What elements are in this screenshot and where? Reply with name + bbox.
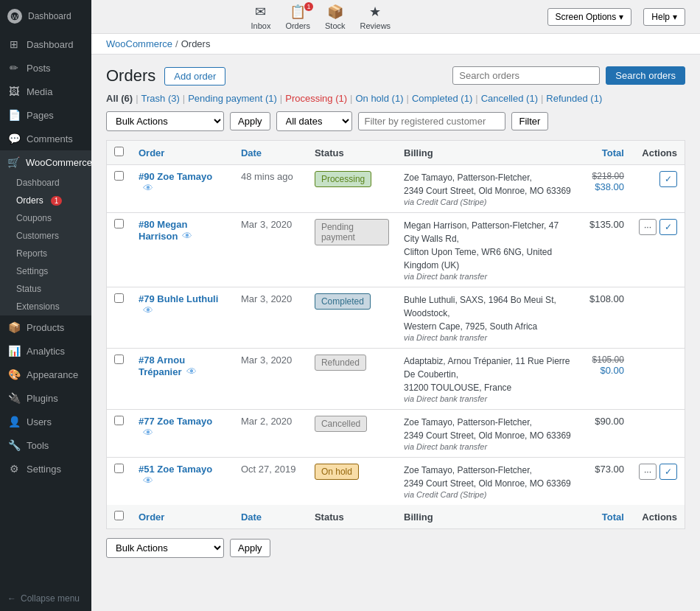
order-eye-icon[interactable]: 👁 — [143, 304, 153, 316]
sidebar-item-label: Settings — [27, 464, 61, 475]
order-eye-icon[interactable]: 👁 — [182, 230, 192, 242]
sidebar-item-appearance[interactable]: 🎨 Appearance — [0, 363, 91, 386]
complete-order-button[interactable]: ✓ — [659, 464, 677, 480]
sidebar-item-settings[interactable]: ⚙ Settings — [0, 457, 91, 481]
filter-tab-pending[interactable]: Pending payment (1) — [188, 93, 277, 104]
order-link[interactable]: #90 Zoe Tamayo — [139, 171, 212, 182]
sidebar-item-woocommerce[interactable]: 🛒 WooCommerce — [0, 150, 91, 174]
complete-order-button[interactable]: ✓ — [659, 219, 677, 235]
filter-button[interactable]: Filter — [511, 112, 549, 130]
order-link[interactable]: #77 Zoe Tamayo — [139, 416, 212, 427]
filter-tab-cancelled[interactable]: Cancelled (1) — [481, 93, 538, 104]
sidebar-item-pages[interactable]: 📄 Pages — [0, 103, 91, 127]
row-checkbox[interactable] — [114, 293, 124, 303]
sidebar-item-dashboard[interactable]: ⊞ Dashboard — [0, 32, 91, 56]
footer-date[interactable]: Date — [234, 505, 307, 529]
sidebar-item-label: Tools — [27, 440, 49, 451]
search-orders-button[interactable]: Search orders — [606, 66, 685, 85]
billing-name: Zoe Tamayo, Patterson-Fletcher,2349 Cour… — [404, 171, 575, 198]
date-filter-select[interactable]: All dates This month Last month — [276, 111, 352, 131]
row-checkbox[interactable] — [114, 416, 124, 425]
row-date-cell: 48 mins ago — [234, 165, 307, 213]
filter-tab-refunded[interactable]: Refunded (1) — [546, 93, 602, 104]
row-actions-cell — [631, 287, 685, 349]
users-icon: 👤 — [7, 416, 21, 427]
sidebar-item-media[interactable]: 🖼 Media — [0, 80, 91, 103]
sidebar-item-products[interactable]: 📦 Products — [0, 315, 91, 339]
woo-sub-extensions[interactable]: Extensions — [0, 298, 91, 315]
filter-tab-onhold[interactable]: On hold (1) — [355, 93, 403, 104]
filter-tab-processing[interactable]: Processing (1) — [285, 93, 347, 104]
woo-sub-settings[interactable]: Settings — [0, 262, 91, 280]
apply-button[interactable]: Apply — [230, 112, 270, 130]
row-billing-cell: Megan Harrison, Patterson-Fletcher, 47 C… — [396, 213, 582, 287]
settings-icon: ⚙ — [7, 463, 21, 475]
order-link[interactable]: #79 Buhle Luthuli — [139, 293, 218, 304]
sidebar-item-tools[interactable]: 🔧 Tools — [0, 433, 91, 457]
orders-tbody: #90 Zoe Tamayo👁48 mins agoProcessingZoe … — [107, 165, 685, 506]
topbar-orders[interactable]: 📋 Orders 1 — [285, 4, 310, 30]
more-actions-button[interactable]: ··· — [639, 464, 657, 480]
bottom-bulk-actions-select[interactable]: Bulk Actions — [106, 538, 224, 558]
header-total[interactable]: Total — [582, 141, 631, 165]
customer-filter-input[interactable] — [358, 112, 505, 130]
select-all-checkbox[interactable] — [114, 147, 124, 156]
sidebar-item-users[interactable]: 👤 Users — [0, 410, 91, 433]
sidebar-item-analytics[interactable]: 📊 Analytics — [0, 339, 91, 363]
filter-tab-trash[interactable]: Trash (3) — [141, 93, 180, 104]
sidebar: W Dashboard ⊞ Dashboard ✏ Posts 🖼 Media … — [0, 0, 91, 611]
order-eye-icon[interactable]: 👁 — [186, 366, 197, 377]
woo-submenu: Dashboard Orders 1 Coupons Customers Rep… — [0, 174, 91, 315]
order-link[interactable]: #80 Megan Harrison — [139, 219, 187, 242]
header-date[interactable]: Date — [234, 141, 307, 165]
woo-sub-reports[interactable]: Reports — [0, 245, 91, 262]
woo-sub-coupons[interactable]: Coupons — [0, 209, 91, 227]
plugins-icon: 🔌 — [7, 392, 21, 404]
sidebar-item-plugins[interactable]: 🔌 Plugins — [0, 386, 91, 410]
row-checkbox[interactable] — [114, 171, 124, 181]
total-strikethrough: $218.00 — [589, 171, 624, 181]
topbar-inbox-label: Inbox — [251, 21, 270, 30]
topbar-inbox[interactable]: ✉ Inbox — [251, 4, 270, 30]
sidebar-item-comments[interactable]: 💬 Comments — [0, 127, 91, 150]
header-order[interactable]: Order — [131, 141, 234, 165]
orders-topbar-icon: 📋 — [290, 4, 306, 20]
footer-order[interactable]: Order — [131, 505, 234, 529]
sidebar-logo[interactable]: W Dashboard — [0, 0, 91, 32]
table-row: #78 Arnou Trépanier👁Mar 3, 2020RefundedA… — [107, 349, 685, 410]
complete-order-button[interactable]: ✓ — [659, 171, 677, 187]
row-checkbox[interactable] — [114, 219, 124, 228]
filter-tab-completed[interactable]: Completed (1) — [412, 93, 472, 104]
total-price: $135.00 — [589, 219, 624, 230]
row-date-cell: Mar 3, 2020 — [234, 213, 307, 287]
woo-sub-orders[interactable]: Orders 1 — [0, 192, 91, 209]
help-button[interactable]: Help ▾ — [643, 8, 685, 26]
topbar-stock[interactable]: 📦 Stock — [325, 4, 346, 30]
header-checkbox-col — [107, 141, 132, 165]
reviews-icon: ★ — [369, 4, 381, 20]
order-link[interactable]: #78 Arnou Trépanier — [139, 355, 185, 377]
row-checkbox[interactable] — [114, 464, 124, 473]
billing-via: via Credit Card (Stripe) — [404, 490, 575, 499]
woo-sub-dashboard[interactable]: Dashboard — [0, 174, 91, 192]
order-link[interactable]: #51 Zoe Tamayo — [139, 464, 212, 475]
order-eye-icon[interactable]: 👁 — [143, 182, 153, 194]
woo-sub-customers[interactable]: Customers — [0, 227, 91, 245]
collapse-menu[interactable]: ← Collapse menu — [0, 586, 91, 611]
sidebar-item-posts[interactable]: ✏ Posts — [0, 56, 91, 80]
row-checkbox[interactable] — [114, 355, 124, 364]
screen-options-button[interactable]: Screen Options ▾ — [547, 8, 632, 26]
more-actions-button[interactable]: ··· — [639, 219, 657, 235]
woo-sub-status[interactable]: Status — [0, 280, 91, 298]
footer-total[interactable]: Total — [582, 505, 631, 529]
select-all-footer-checkbox[interactable] — [114, 511, 124, 520]
add-order-button[interactable]: Add order — [164, 67, 225, 85]
search-orders-input[interactable] — [452, 66, 600, 85]
order-eye-icon[interactable]: 👁 — [143, 427, 153, 439]
breadcrumb-woocommerce[interactable]: WooCommerce — [106, 38, 172, 49]
bulk-actions-select[interactable]: Bulk Actions — [106, 111, 224, 131]
filter-tab-all[interactable]: All (6) — [106, 93, 133, 104]
order-eye-icon[interactable]: 👁 — [143, 475, 153, 486]
topbar-reviews[interactable]: ★ Reviews — [360, 4, 391, 30]
bottom-apply-button[interactable]: Apply — [230, 539, 270, 557]
